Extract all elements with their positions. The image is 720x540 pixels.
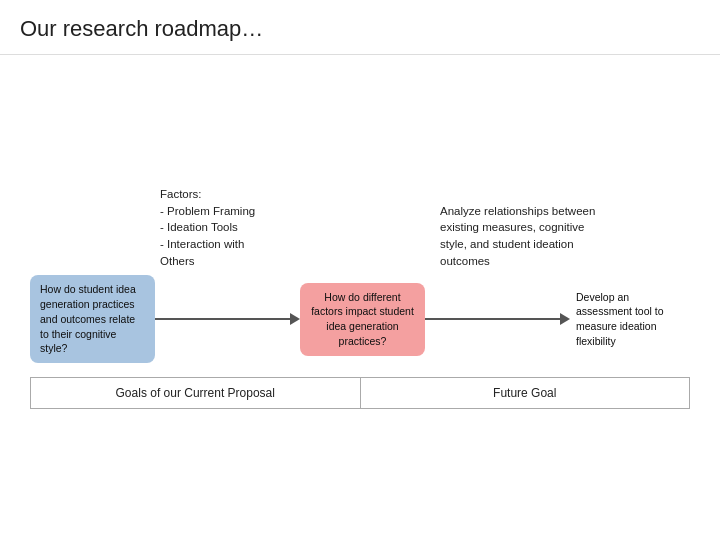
box-future-text: Develop an assessment tool to measure id… xyxy=(576,291,664,347)
bottom-right-label: Future Goal xyxy=(361,378,690,408)
current-proposal-label: Goals of our Current Proposal xyxy=(116,386,275,400)
flow-row: How do student idea generation practices… xyxy=(30,275,690,362)
bottom-left-label: Goals of our Current Proposal xyxy=(31,378,361,408)
header: Our research roadmap… xyxy=(0,0,720,55)
arrow-line-1 xyxy=(155,318,290,320)
page-title: Our research roadmap… xyxy=(20,16,700,42)
main-content: Factors:- Problem Framing- Ideation Tool… xyxy=(0,55,720,540)
future-goal-label: Future Goal xyxy=(493,386,556,400)
arrow-head-2 xyxy=(560,313,570,325)
analyze-text: Analyze relationships between existing m… xyxy=(440,205,595,267)
factors-text: Factors:- Problem Framing- Ideation Tool… xyxy=(160,188,255,267)
box-blue-text: How do student idea generation practices… xyxy=(40,283,136,354)
box-pink-question: How do different factors impact student … xyxy=(300,283,425,356)
arrow-head-1 xyxy=(290,313,300,325)
box-pink-text: How do different factors impact student … xyxy=(311,291,414,347)
factors-label: Factors:- Problem Framing- Ideation Tool… xyxy=(160,186,330,269)
arrow-line-2 xyxy=(425,318,560,320)
bottom-row: Goals of our Current Proposal Future Goa… xyxy=(30,377,690,409)
box-blue-question: How do student idea generation practices… xyxy=(30,275,155,362)
top-labels-row: Factors:- Problem Framing- Ideation Tool… xyxy=(30,186,690,269)
arrow-1 xyxy=(155,309,300,329)
analyze-label: Analyze relationships between existing m… xyxy=(440,203,610,270)
arrow-2 xyxy=(425,309,570,329)
box-future-small: Develop an assessment tool to measure id… xyxy=(570,285,690,354)
page-container: Our research roadmap… Factors:- Problem … xyxy=(0,0,720,540)
roadmap-area: Factors:- Problem Framing- Ideation Tool… xyxy=(30,75,690,520)
